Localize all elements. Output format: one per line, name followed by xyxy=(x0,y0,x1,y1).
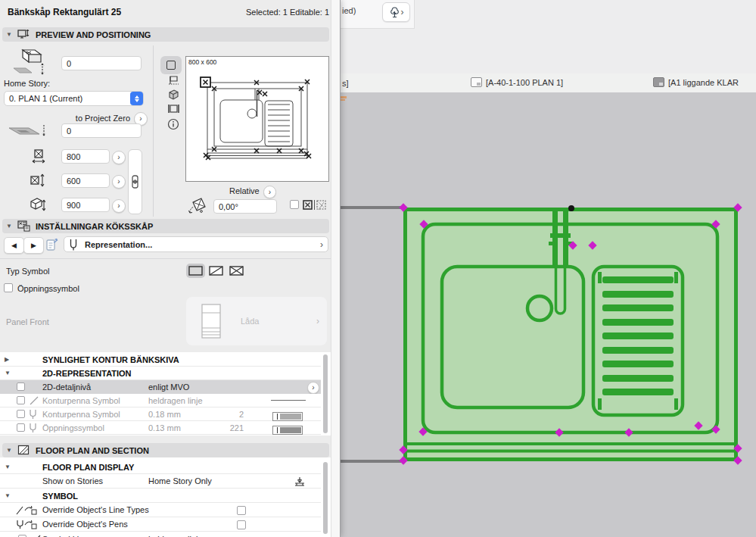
home-story-label: Home Story: xyxy=(4,79,50,88)
param-row[interactable]: Öppningssymbol 0.13 mm 221 xyxy=(0,421,321,435)
override-line-types-checkbox[interactable] xyxy=(237,506,246,515)
opening-symbol-checkbox[interactable] xyxy=(4,283,13,292)
chevron-right-icon: › xyxy=(117,202,120,210)
param-checkbox[interactable] xyxy=(17,382,25,391)
preview-plan-drawing xyxy=(186,57,328,181)
dim-width-field[interactable]: 800 xyxy=(61,149,110,164)
home-story-dropdown[interactable]: 0. PLAN 1 (Current) xyxy=(4,91,144,106)
param-menu-button[interactable]: › xyxy=(307,382,319,394)
tree-icon xyxy=(389,6,400,18)
panel-front-value: Låda xyxy=(241,317,259,326)
preview-positioning-icon xyxy=(17,29,30,40)
override-pens-checkbox[interactable] xyxy=(237,520,246,529)
line-sample xyxy=(271,400,306,401)
story-icon xyxy=(294,476,305,487)
dim-width-menu-button[interactable]: › xyxy=(112,151,126,164)
dim-depth-field[interactable]: 600 xyxy=(61,173,110,188)
param-row[interactable]: Konturpenna Symbol heldragen linje xyxy=(0,394,321,407)
environment-tree-button[interactable]: › xyxy=(382,2,410,22)
dim-depth-menu-button[interactable]: › xyxy=(112,175,126,189)
dim-depth-icon xyxy=(30,173,45,188)
hotspot-dashed-icon[interactable] xyxy=(316,200,326,210)
transfer-settings-button[interactable] xyxy=(45,237,60,252)
rotation-angle-field[interactable]: 0,00° xyxy=(213,199,277,214)
elevation-to-zero-field[interactable]: 0 xyxy=(61,123,142,138)
param-row-selected[interactable]: 2D-detaljnivå enligt MVO › xyxy=(0,380,321,394)
selection-node-black[interactable] xyxy=(568,205,574,211)
home-story-stepper[interactable] xyxy=(130,92,143,105)
tab-plan-1[interactable]: [A-40-1-100 PLAN 1] xyxy=(471,77,563,87)
floor-plan-table: ▼ FLOOR PLAN DISPLAY Show on Stories Hom… xyxy=(0,457,331,537)
rotation-icon xyxy=(188,197,207,216)
relative-menu-button[interactable]: › xyxy=(263,186,276,198)
section-kitchen-settings[interactable]: ▼ INSTÄLLNINGAR KÖKSSKÅP xyxy=(2,219,329,233)
pen-icon xyxy=(29,423,37,433)
tab-partial[interactable]: s] xyxy=(342,79,349,88)
section-floor-plan[interactable]: ▼ FLOOR PLAN AND SECTION xyxy=(2,443,329,457)
dialog-scroll-strip[interactable] xyxy=(331,0,341,537)
preview-mode-3d-button[interactable] xyxy=(168,89,179,100)
dim-height-icon xyxy=(29,197,45,213)
dim-height-menu-button[interactable]: › xyxy=(112,199,126,213)
selection-status: Selected: 1 Editable: 1 xyxy=(189,8,329,17)
param-row[interactable]: Konturpenna Symbol 0.18 mm 2 xyxy=(0,407,321,421)
tab-a1-liggande[interactable]: [A1 liggande KLAR xyxy=(653,77,739,87)
dim-height-field[interactable]: 900 xyxy=(61,198,110,212)
fp-row-show-on-stories[interactable]: Show on Stories Home Story Only xyxy=(0,474,321,489)
elevation-to-story-field[interactable]: 0 xyxy=(61,56,142,70)
mirror-checkbox[interactable] xyxy=(290,200,299,209)
kitchen-settings-icon xyxy=(17,220,30,232)
fp-row-override-pens[interactable]: Override Object's Pens xyxy=(0,517,321,532)
stepper-up-icon xyxy=(135,95,139,98)
anchor-link-label: to Project Zero xyxy=(67,114,130,123)
preview-mode-hotspot-button[interactable] xyxy=(168,76,179,86)
symbol-type-cross-button[interactable] xyxy=(227,264,246,278)
fp-group-row[interactable]: ▼ SYMBOL xyxy=(0,489,321,503)
symbol-type-diagonal-button[interactable] xyxy=(207,264,226,278)
view-tab-bar: s] [A-40-1-100 PLAN 1] [A1 liggande KLAR xyxy=(340,73,756,93)
page-back-button[interactable]: ◀ xyxy=(4,237,24,254)
object-preview-viewport[interactable]: 800 x 600 xyxy=(185,56,329,182)
fp-row-symbol-lines[interactable]: Symbol Lines heldragen linje xyxy=(0,532,321,537)
parameter-scrollbar[interactable] xyxy=(323,354,328,433)
nav-back-icon: ◀ xyxy=(11,242,17,249)
pen-color-swatch[interactable] xyxy=(272,426,303,435)
override-pens-icon xyxy=(15,519,38,530)
param-checkbox[interactable] xyxy=(17,396,25,404)
typ-symbol-label: Typ Symbol xyxy=(6,267,49,276)
line-type-icon xyxy=(30,396,39,405)
preview-mode-2d-button[interactable] xyxy=(160,56,182,74)
background-panel-fragment: ied) › xyxy=(340,0,415,29)
wall-line-top xyxy=(340,206,403,209)
panel-divider xyxy=(153,45,154,217)
preview-mode-section-button[interactable] xyxy=(168,104,179,114)
section-preview-positioning[interactable]: ▼ PREVIEW AND POSITIONING xyxy=(2,27,329,42)
page-forward-button[interactable]: ▶ xyxy=(23,237,44,254)
drawing-canvas[interactable] xyxy=(340,92,756,537)
chevron-right-icon: › xyxy=(320,240,323,249)
hotspot-solid-icon[interactable] xyxy=(303,200,313,210)
drawer-front-icon xyxy=(201,304,221,339)
param-group-row[interactable]: ▼ 2D-REPRESENTATION xyxy=(0,367,321,380)
fp-group-row[interactable]: ▼ FLOOR PLAN DISPLAY xyxy=(0,461,321,474)
pen-icon xyxy=(69,239,78,251)
stepper-down-icon xyxy=(135,99,139,102)
symbol-type-plain-button[interactable] xyxy=(186,264,205,278)
fp-row-override-line-types[interactable]: Override Object's Line Types xyxy=(0,503,321,517)
disclosure-closed-icon: ▶ xyxy=(5,356,9,363)
param-group-row[interactable]: ▶ SYNLIGHET KONTUR BÄNKSKIVA xyxy=(0,353,321,367)
floor-plan-drawing xyxy=(340,92,756,537)
page-selector-dropdown[interactable]: Representation... › xyxy=(64,236,328,252)
link-dimensions-button[interactable] xyxy=(128,149,142,214)
application-window: ied) › s] [A-40-1-100 PLAN 1] [A1 liggan… xyxy=(0,0,756,537)
param-checkbox[interactable] xyxy=(17,423,25,432)
elevation-to-zero-icon xyxy=(6,123,48,139)
preview-info-button[interactable] xyxy=(167,118,179,130)
panel-front-button[interactable]: Låda › xyxy=(186,297,327,345)
chevron-right-icon: › xyxy=(139,115,142,123)
param-checkbox[interactable] xyxy=(17,410,25,418)
pen-color-swatch[interactable] xyxy=(272,412,303,421)
dim-width-icon xyxy=(32,149,45,164)
chain-link-icon xyxy=(131,175,139,189)
floor-plan-scrollbar[interactable] xyxy=(323,462,328,534)
